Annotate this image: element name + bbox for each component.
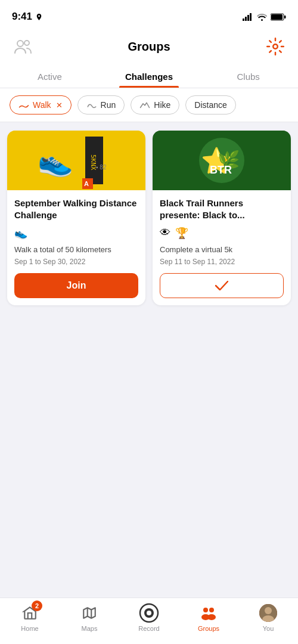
page-title: Groups [128, 40, 170, 54]
record-icon-wrap [139, 603, 159, 623]
nav-label-maps: Maps [82, 625, 98, 632]
challenge-icons-1: 👟 [14, 227, 138, 240]
battery-icon [271, 13, 286, 21]
shoe-icon: 👟 [14, 227, 27, 240]
people-icon [14, 39, 32, 54]
card-image-black-trail: ⭐ 🌿 BTR [153, 131, 291, 190]
svg-text:▪ 82: ▪ 82 [96, 164, 107, 171]
wifi-icon [257, 13, 267, 21]
eye-icon: 👁 [160, 227, 170, 240]
svg-point-7 [17, 41, 23, 47]
filter-distance[interactable]: Distance [185, 95, 235, 114]
nav-item-maps[interactable]: Maps [72, 603, 107, 632]
groups-people-icon[interactable] [12, 36, 33, 57]
svg-rect-6 [284, 16, 286, 18]
tab-active[interactable]: Active [0, 64, 100, 88]
join-button-1[interactable]: Join [14, 273, 138, 298]
svg-rect-0 [243, 18, 244, 21]
settings-button[interactable] [265, 36, 286, 57]
svg-rect-3 [250, 13, 252, 21]
maps-icon [82, 605, 97, 621]
filter-run[interactable]: Run [77, 95, 125, 114]
walk-icon [18, 101, 29, 109]
nav-item-home[interactable]: 2 Home [12, 603, 48, 632]
filter-hike[interactable]: Hike [131, 95, 179, 114]
header: Groups [0, 30, 298, 64]
status-time: 9:41 [12, 11, 43, 23]
run-icon [86, 101, 97, 109]
svg-point-30 [265, 607, 272, 614]
home-icon-wrap: 2 [20, 603, 40, 623]
hike-icon [139, 101, 150, 109]
svg-point-28 [207, 614, 216, 620]
trophy-icon: 🏆 [175, 227, 188, 240]
svg-rect-10 [8, 131, 145, 190]
challenge-desc-1: Walk a total of 50 kilometers [14, 244, 138, 255]
svg-point-26 [209, 608, 214, 612]
home-badge: 2 [32, 600, 42, 611]
nav-label-record: Record [138, 625, 159, 632]
nav-label-you: You [263, 625, 274, 632]
groups-nav-icon-wrap [198, 603, 219, 623]
svg-point-25 [203, 608, 208, 612]
svg-text:A: A [84, 180, 89, 187]
card-image-sep-walk: 👟 5KNX A ▪ 82 [7, 131, 145, 190]
nav-item-record[interactable]: Record [131, 603, 167, 632]
challenge-title-2: Black Trail Runners presente: Black to..… [160, 197, 284, 222]
location-icon [35, 13, 43, 21]
settings-icon [266, 38, 284, 55]
record-icon [139, 603, 159, 623]
challenge-title-1: September Walking Distance Challenge [14, 197, 138, 222]
challenges-grid: 👟 5KNX A ▪ 82 September Walking Distance… [0, 122, 298, 314]
svg-rect-1 [245, 17, 247, 21]
bottom-nav: 2 Home Maps Record [0, 597, 298, 644]
tab-challenges[interactable]: Challenges [100, 64, 199, 88]
nav-label-home: Home [21, 625, 38, 632]
nav-item-you[interactable]: You [250, 603, 286, 632]
challenge-date-2: Sep 11 to Sep 11, 2022 [160, 258, 284, 266]
joined-button-2[interactable] [160, 273, 284, 298]
filter-pills-bar: Walk ✕ Run Hike Distance [0, 88, 298, 122]
avatar [259, 604, 277, 622]
svg-text:BTR: BTR [210, 164, 232, 176]
nav-label-groups: Groups [198, 625, 219, 632]
svg-point-8 [24, 41, 29, 45]
nav-item-groups[interactable]: Groups [191, 603, 226, 632]
you-avatar-icon [259, 604, 277, 622]
status-icons [243, 13, 286, 21]
challenge-date-1: Sep 1 to Sep 30, 2022 [14, 258, 138, 266]
status-bar: 9:41 [0, 0, 298, 30]
challenge-desc-2: Complete a virtual 5k [160, 244, 284, 255]
svg-rect-2 [247, 15, 249, 21]
filter-walk[interactable]: Walk ✕ [10, 95, 72, 114]
svg-text:👟: 👟 [38, 144, 73, 178]
challenge-card-black-trail: ⭐ 🌿 BTR Black Trail Runners presente: Bl… [153, 131, 291, 305]
challenge-card-sep-walk: 👟 5KNX A ▪ 82 September Walking Distance… [7, 131, 145, 305]
you-icon-wrap [258, 603, 278, 623]
groups-nav-icon [200, 606, 217, 620]
svg-point-24 [147, 611, 151, 615]
challenge-icons-2: 👁 🏆 [160, 227, 284, 240]
tabs-bar: Active Challenges Clubs [0, 64, 298, 88]
maps-icon-wrap [79, 603, 100, 623]
svg-rect-5 [271, 14, 283, 20]
signal-icon [243, 13, 253, 21]
checkmark-icon [215, 281, 228, 290]
tab-clubs[interactable]: Clubs [198, 64, 298, 88]
svg-point-9 [273, 44, 278, 49]
filter-walk-close[interactable]: ✕ [56, 101, 63, 110]
